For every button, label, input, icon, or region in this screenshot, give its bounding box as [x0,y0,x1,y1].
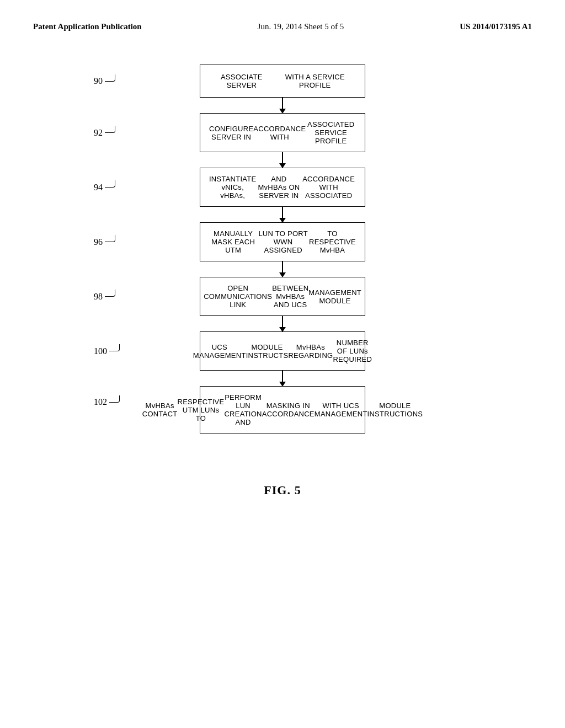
step-row-step-98: 98OPEN COMMUNICATIONS LINKBETWEEN MvHBAs… [33,277,532,316]
step-text-line: UCS MANAGEMENT [193,343,246,360]
header: Patent Application Publication Jun. 19, … [0,0,565,42]
arrow-step-100 [33,371,532,386]
step-box-step-100: UCS MANAGEMENTMODULE INSTRUCTSMvHBAs REG… [200,331,365,371]
page: Patent Application Publication Jun. 19, … [0,0,565,728]
arrow-step-96 [33,261,532,277]
step-text-line: LUN TO PORT WWN ASSIGNED [257,229,309,254]
step-text-line: MODULE INSTRUCTIONS [367,402,423,418]
step-box-step-92: CONFIGURE SERVER INACCORDANCE WITHASSOCI… [200,113,365,152]
arrow-line [282,261,283,272]
arrow-line [282,98,283,109]
step-text-line: BETWEEN MvHBAs AND UCS [272,284,308,309]
figure-label: FIG. 5 [0,483,565,497]
arrow-inner [282,316,283,331]
step-box-step-94: INSTANTIATE vNICs, vHBAs,AND MvHBAs ON S… [200,168,365,207]
arrow-step-94 [33,207,532,222]
step-text-line: MvHBAs REGARDING [288,343,333,360]
step-row-step-90: 90ASSOCIATE SERVERWITH A SERVICE PROFILE [33,65,532,98]
step-label-step-90: 90 [94,76,115,86]
step-text-line: AND MvHBAs ON SERVER IN [256,175,301,200]
step-text-line: MvHBAs CONTACT [142,402,178,418]
step-text-line: CONFIGURE SERVER IN [209,125,253,141]
step-box-step-98: OPEN COMMUNICATIONS LINKBETWEEN MvHBAs A… [200,277,365,316]
step-row-step-92: 92CONFIGURE SERVER INACCORDANCE WITHASSO… [33,113,532,152]
step-text-line: MANAGEMENT MODULE [308,288,361,305]
arrow-line [282,207,283,218]
step-text-line: MANUALLY MASK EACH UTM [209,229,257,254]
step-label-step-100: 100 [94,346,120,356]
step-text-line: NUMBER OF LUNs REQUIRED [333,339,372,363]
arrow-inner [282,98,283,113]
arrow-step-90 [33,98,532,113]
step-text-line: WITH A SERVICE PROFILE [274,73,356,89]
step-row-step-100: 100UCS MANAGEMENTMODULE INSTRUCTSMvHBAs … [33,331,532,371]
flowchart: 90ASSOCIATE SERVERWITH A SERVICE PROFILE… [0,42,565,467]
step-text-line: ASSOCIATE SERVER [209,73,274,89]
step-text-line: ACCORDANCE WITH [253,125,306,141]
step-text-line: MODULE INSTRUCTS [246,343,289,360]
step-box-step-96: MANUALLY MASK EACH UTMLUN TO PORT WWN AS… [200,222,365,261]
arrow-line [282,316,283,327]
arrow-line [282,152,283,163]
arrow-inner [282,261,283,277]
step-text-line: WITH UCS MANAGEMENT [315,402,367,418]
header-right: US 2014/0173195 A1 [460,22,532,31]
step-text-line: RESPECTIVE UTM LUNs TO [177,398,224,422]
arrow-inner [282,371,283,386]
step-text-line: TO RESPECTIVE MvHBA [309,229,356,254]
arrow-step-98 [33,316,532,331]
step-text-line: OPEN COMMUNICATIONS LINK [204,284,272,309]
step-label-step-92: 92 [94,128,115,138]
step-text-line: ACCORDANCE WITH ASSOCIATED [301,175,356,200]
step-label-step-96: 96 [94,237,115,247]
arrow-inner [282,152,283,168]
arrow-line [282,371,283,382]
step-row-step-94: 94INSTANTIATE vNICs, vHBAs,AND MvHBAs ON… [33,168,532,207]
arrow-inner [282,207,283,222]
step-label-step-98: 98 [94,292,115,302]
arrow-step-92 [33,152,532,168]
step-text-line: MASKING IN ACCORDANCE [262,402,315,418]
step-row-step-102: 102MvHBAs CONTACTRESPECTIVE UTM LUNs TOP… [33,386,532,433]
step-row-step-96: 96MANUALLY MASK EACH UTMLUN TO PORT WWN … [33,222,532,261]
step-box-step-90: ASSOCIATE SERVERWITH A SERVICE PROFILE [200,65,365,98]
step-label-step-102: 102 [94,397,120,407]
header-left: Patent Application Publication [33,22,142,31]
step-text-line: INSTANTIATE vNICs, vHBAs, [209,175,256,200]
step-text-line: PERFORM LUN CREATION AND [224,393,262,426]
header-center: Jun. 19, 2014 Sheet 5 of 5 [258,22,344,31]
step-label-step-94: 94 [94,183,115,192]
step-text-line: ASSOCIATED SERVICE PROFILE [306,120,356,145]
step-box-step-102: MvHBAs CONTACTRESPECTIVE UTM LUNs TOPERF… [200,386,365,433]
